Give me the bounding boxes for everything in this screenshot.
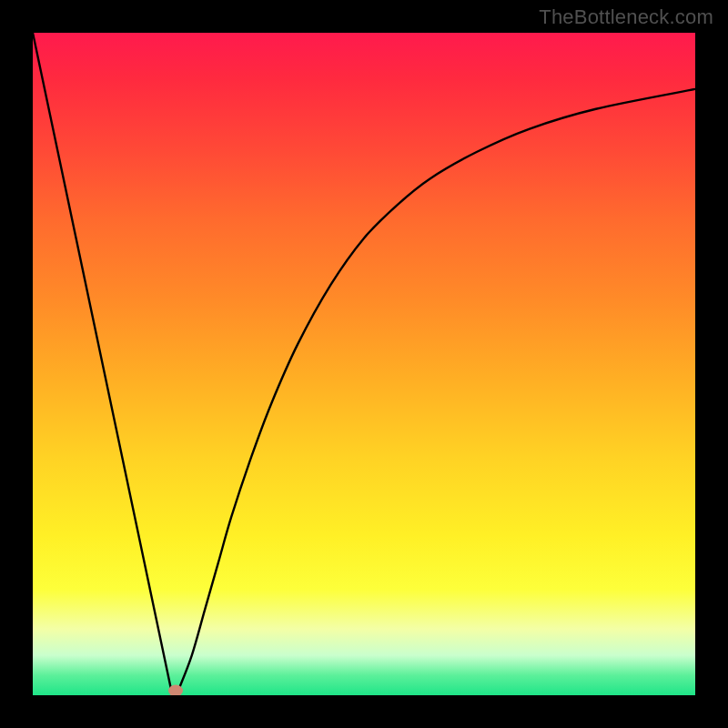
chart-frame: TheBottleneck.com: [0, 0, 728, 728]
bottleneck-curve: [33, 33, 695, 690]
plot-area: [33, 33, 695, 695]
curve-layer: [33, 33, 695, 695]
optimal-point-marker: [168, 684, 183, 695]
watermark-text: TheBottleneck.com: [539, 5, 713, 29]
